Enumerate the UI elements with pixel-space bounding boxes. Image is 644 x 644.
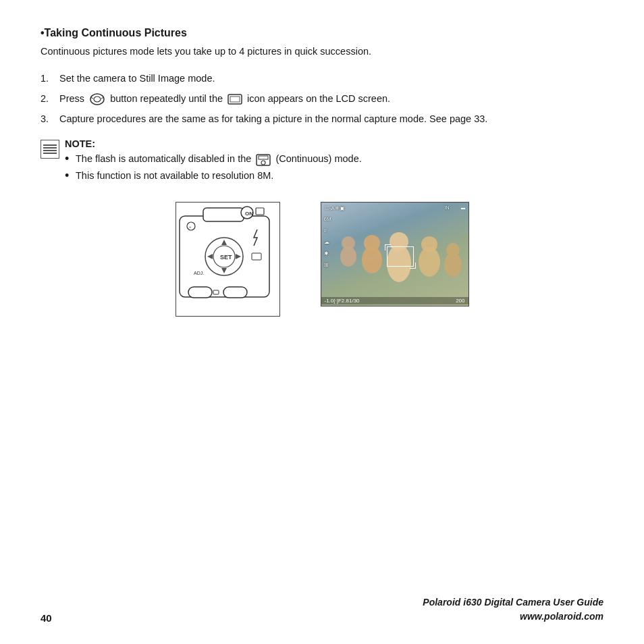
brand-line1: Polaroid i630 Digital Camera User Guide	[423, 595, 603, 610]
step-3: 3. Capture procedures are the same as fo…	[41, 112, 603, 127]
step-2-text-c: icon appears on the LCD screen.	[247, 93, 390, 104]
lcd-icon-3: ☁	[324, 239, 331, 245]
note-lines-icon	[41, 140, 65, 159]
step-2-num: 2.	[41, 92, 59, 107]
camera-shutter-icon	[89, 92, 105, 107]
step-1-text: Set the camera to Still Image mode.	[59, 72, 603, 86]
camera-diagram: ON SET ADJ. +	[176, 202, 280, 317]
lcd-top-icons: ☐ ₅A ❄ ▣	[325, 205, 465, 211]
title-text: •Taking Continuous Pictures	[41, 27, 187, 38]
section-title: •Taking Continuous Pictures	[41, 27, 603, 39]
note-bullet-2: • This function is not available to reso…	[65, 169, 603, 184]
brand-line2: www.polaroid.com	[423, 610, 603, 624]
lcd-ui-overlay: ☐ ₅A ❄ ▣ IN 6M # ☁ ✱ ⊞	[321, 203, 468, 306]
svg-text:+: +	[189, 225, 192, 229]
lcd-shutter: 1/30	[349, 298, 360, 304]
svg-rect-21	[188, 287, 212, 298]
lcd-bottom-bar: -1.0 [·] F2.8 1/30 200	[321, 297, 468, 304]
note-box: NOTE: • The flash is automatically disab…	[41, 138, 603, 186]
intro-text: Continuous pictures mode lets you take u…	[41, 46, 371, 57]
lcd-zoom-indicator: IN	[445, 205, 450, 210]
lcd-battery-icon	[461, 208, 465, 209]
footer: 40 Polaroid i630 Digital Camera User Gui…	[41, 595, 603, 624]
bullet-dot-2: •	[65, 169, 76, 184]
lcd-af-bracket	[387, 246, 414, 267]
lcd-ev: -1.0	[325, 298, 334, 304]
lcd-icon-5: ⊞	[324, 262, 331, 268]
step-2-text: Press button repeatedly until the	[59, 92, 603, 107]
note-bullet-2-text: This function is not available to resolu…	[76, 169, 603, 184]
footer-brand: Polaroid i630 Digital Camera User Guide …	[423, 595, 603, 624]
note-title: NOTE:	[65, 138, 603, 149]
svg-point-0	[90, 94, 104, 105]
page-number: 40	[41, 612, 52, 624]
lcd-macro-icon: ❄	[335, 205, 340, 211]
step-2: 2. Press button repeatedly until the	[41, 92, 603, 107]
intro-paragraph: Continuous pictures mode lets you take u…	[41, 45, 603, 59]
lcd-icon-4: ✱	[324, 250, 331, 257]
step-3-text: Capture procedures are the same as for t…	[59, 112, 603, 127]
lcd-mode-icon	[227, 92, 242, 107]
note-content: NOTE: • The flash is automatically disab…	[65, 138, 603, 186]
step-2-text-b: button repeatedly until the	[110, 93, 223, 104]
lcd-flash-icon: ₅A	[329, 205, 335, 211]
step-1-num: 1.	[41, 72, 59, 86]
page: •Taking Continuous Pictures Continuous p…	[0, 0, 644, 644]
svg-rect-27	[256, 208, 264, 215]
step-3-num: 3.	[41, 112, 59, 127]
continuous-mode-icon	[256, 153, 271, 167]
svg-point-8	[261, 161, 265, 165]
lcd-iso: 200	[456, 298, 464, 304]
step-2-text-a: Press	[59, 93, 84, 104]
bullet-dot-1: •	[65, 152, 76, 167]
lcd-preview: ☐ ₅A ❄ ▣ IN 6M # ☁ ✱ ⊞	[321, 202, 469, 306]
lcd-af-indicator: [·]	[333, 298, 338, 304]
svg-rect-5	[230, 97, 240, 102]
lcd-camera-icon: ☐	[325, 205, 329, 211]
lcd-mode-display: ▣	[340, 205, 345, 211]
lcd-aperture: F2.8	[338, 298, 349, 304]
note-bullet-1: • The flash is automatically disabled in…	[65, 152, 603, 167]
images-section: ON SET ADJ. +	[41, 202, 603, 317]
note-bullet-1-text: The flash is automatically disabled in t…	[76, 152, 603, 167]
svg-rect-10	[203, 208, 244, 221]
steps-list: 1. Set the camera to Still Image mode. 2…	[41, 72, 603, 127]
svg-rect-25	[252, 253, 261, 260]
svg-point-1	[94, 97, 101, 102]
lcd-left-icons: 6M # ☁ ✱ ⊞	[324, 216, 331, 268]
step-1: 1. Set the camera to Still Image mode.	[41, 72, 603, 86]
lcd-resolution: 6M	[324, 216, 331, 222]
svg-text:ADJ.: ADJ.	[194, 271, 204, 275]
lcd-grid-icon: #	[324, 227, 331, 234]
svg-rect-7	[259, 156, 268, 159]
svg-rect-22	[223, 287, 247, 298]
svg-text:ON: ON	[245, 211, 253, 217]
svg-text:SET: SET	[220, 254, 232, 261]
